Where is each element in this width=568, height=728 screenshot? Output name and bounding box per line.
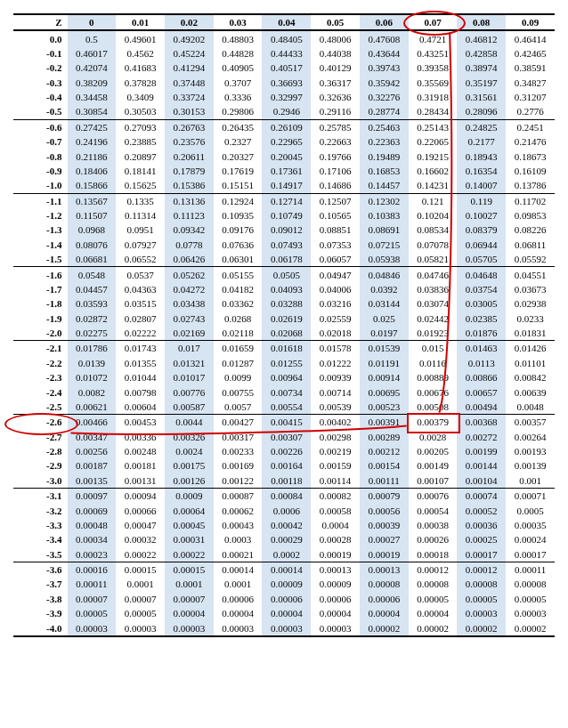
- cell: 0.25143: [409, 119, 458, 134]
- col-header-0p05: 0.05: [311, 14, 360, 30]
- cell: 0.40129: [311, 61, 360, 75]
- cell: 0.03438: [165, 296, 214, 311]
- cell: 0.00149: [409, 458, 458, 473]
- cell: 0.17106: [311, 164, 360, 178]
- cell: 0.01101: [506, 356, 555, 370]
- cell: 0.00964: [262, 370, 311, 384]
- cell: 0.07927: [116, 238, 165, 252]
- cell: 0.00734: [262, 384, 311, 399]
- cell: 0.00336: [116, 430, 165, 444]
- cell: 0.00003: [214, 620, 263, 635]
- cell: 0.00002: [506, 620, 555, 635]
- col-header-0p03: 0.03: [214, 14, 263, 30]
- row-header--1.8: -1.8: [13, 296, 68, 311]
- cell: 0.46414: [506, 30, 555, 45]
- cell: 0.38591: [506, 61, 555, 75]
- cell: 0.00005: [68, 606, 117, 620]
- cell: 0.44433: [262, 46, 311, 61]
- cell: 0.34458: [68, 90, 117, 104]
- cell: 0.0951: [116, 222, 165, 237]
- cell: 0.00004: [311, 606, 360, 620]
- cell: 0.00006: [262, 592, 311, 606]
- cell: 0.14007: [457, 178, 506, 193]
- cell: 0.03074: [409, 296, 458, 311]
- cell: 0.05155: [214, 267, 263, 282]
- z-table: Z00.010.020.030.040.050.060.070.080.09 0…: [13, 13, 555, 637]
- cell: 0.41683: [116, 61, 165, 75]
- cell: 0.0392: [360, 282, 409, 296]
- cell: 0.2327: [214, 134, 263, 149]
- row-header--1.2: -1.2: [13, 208, 68, 222]
- cell: 0.01876: [457, 326, 506, 341]
- cell: 0.16853: [360, 164, 409, 178]
- cell: 0.12302: [360, 193, 409, 208]
- row-header--2.1: -2.1: [13, 341, 68, 356]
- cell: 0.35942: [360, 76, 409, 90]
- cell: 0.31561: [457, 90, 506, 104]
- cell: 0.00036: [457, 518, 506, 532]
- cell: 0.38209: [68, 76, 117, 90]
- cell: 0.00008: [360, 577, 409, 591]
- cell: 0.00111: [360, 473, 409, 489]
- cell: 0.01618: [262, 341, 311, 356]
- cell: 0.10749: [262, 208, 311, 222]
- cell: 0.00017: [506, 547, 555, 562]
- cell: 0.00264: [506, 430, 555, 444]
- cell: 0.04457: [68, 282, 117, 296]
- cell: 0.48405: [262, 30, 311, 45]
- cell: 0.00021: [214, 547, 263, 562]
- cell: 0.48006: [311, 30, 360, 45]
- cell: 0.00104: [457, 473, 506, 489]
- cell: 0.00024: [506, 532, 555, 546]
- cell: 0.24825: [457, 119, 506, 134]
- cell: 0.45224: [165, 46, 214, 61]
- cell: 0.06944: [457, 238, 506, 252]
- cell: 0.00003: [262, 620, 311, 635]
- row-header-0.0: 0.0: [13, 30, 68, 45]
- cell: 0.38974: [457, 61, 506, 75]
- cell: 0.07493: [262, 238, 311, 252]
- cell: 0.08379: [457, 222, 506, 237]
- cell: 0.49202: [165, 30, 214, 45]
- cell: 0.03754: [457, 282, 506, 296]
- cell: 0.07078: [409, 238, 458, 252]
- cell: 0.00842: [506, 370, 555, 384]
- cell: 0.43644: [360, 46, 409, 61]
- cell: 0.18673: [506, 149, 555, 163]
- cell: 0.04746: [409, 267, 458, 282]
- cell: 0.08076: [68, 238, 117, 252]
- cell: 0.01426: [506, 341, 555, 356]
- cell: 0.00004: [214, 606, 263, 620]
- cell: 0.01321: [165, 356, 214, 370]
- cell: 0.0009: [165, 489, 214, 504]
- cell: 0.03288: [262, 296, 311, 311]
- row-header--3.2: -3.2: [13, 503, 68, 517]
- cell: 0.00012: [457, 562, 506, 577]
- cell: 0.3336: [214, 90, 263, 104]
- cell: 0.0505: [262, 267, 311, 282]
- cell: 0.0057: [214, 400, 263, 415]
- cell: 0.00076: [409, 489, 458, 504]
- cell: 0.00005: [409, 592, 458, 606]
- cell: 0.00205: [409, 444, 458, 458]
- cell: 0.11123: [165, 208, 214, 222]
- cell: 0.3409: [116, 90, 165, 104]
- cell: 0.22363: [360, 134, 409, 149]
- cell: 0.00317: [214, 430, 263, 444]
- row-header--2.2: -2.2: [13, 356, 68, 370]
- cell: 0.00639: [506, 384, 555, 399]
- cell: 0.015: [409, 341, 458, 356]
- cell: 0.03836: [409, 282, 458, 296]
- cell: 0.00187: [68, 458, 117, 473]
- cell: 0.0001: [165, 577, 214, 591]
- cell: 0.0004: [311, 518, 360, 532]
- cell: 0.20045: [262, 149, 311, 163]
- cell: 0.21476: [506, 134, 555, 149]
- cell: 0.27425: [68, 119, 117, 134]
- cell: 0.00014: [262, 562, 311, 577]
- cell: 0.20611: [165, 149, 214, 163]
- row-header--0.2: -0.2: [13, 61, 68, 75]
- cell: 0.00006: [311, 592, 360, 606]
- row-header--1.7: -1.7: [13, 282, 68, 296]
- cell: 0.02743: [165, 311, 214, 326]
